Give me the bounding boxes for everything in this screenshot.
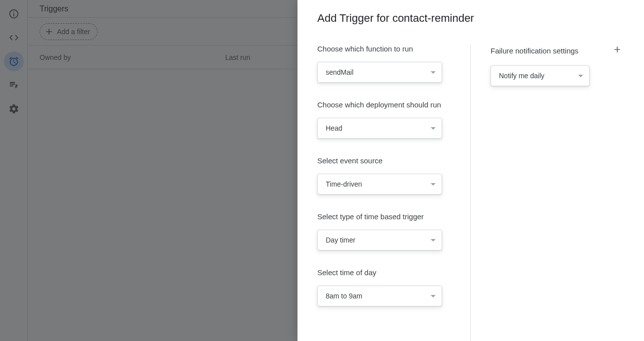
chevron-down-icon xyxy=(431,239,436,242)
event-source-select[interactable]: Time-driven xyxy=(317,174,442,195)
time-of-day-select[interactable]: 8am to 9am xyxy=(317,286,442,306)
chevron-down-icon xyxy=(431,71,436,74)
time-type-value: Day timer xyxy=(326,236,355,244)
deployment-select[interactable]: Head xyxy=(317,118,442,139)
failure-notification-select[interactable]: Notify me daily xyxy=(491,65,590,86)
failure-label: Failure notification settings xyxy=(491,47,579,55)
time-of-day-label: Select time of day xyxy=(317,268,450,277)
event-source-label: Select event source xyxy=(317,156,450,165)
function-label: Choose which function to run xyxy=(317,45,450,53)
event-source-value: Time-driven xyxy=(326,180,362,188)
chevron-down-icon xyxy=(578,75,583,77)
deployment-label: Choose which deployment should run xyxy=(317,100,450,109)
modal-title: Add Trigger for contact-reminder xyxy=(297,0,644,25)
time-type-select[interactable]: Day timer xyxy=(317,230,442,250)
deployment-value: Head xyxy=(326,124,342,132)
chevron-down-icon xyxy=(431,127,436,130)
time-of-day-value: 8am to 9am xyxy=(326,292,362,300)
failure-value: Notify me daily xyxy=(499,72,545,80)
chevron-down-icon xyxy=(431,183,436,186)
function-select[interactable]: sendMail xyxy=(317,62,442,83)
add-trigger-modal: Add Trigger for contact-reminder Choose … xyxy=(297,0,644,341)
time-type-label: Select type of time based trigger xyxy=(317,212,450,221)
add-notification-button[interactable] xyxy=(612,45,624,56)
chevron-down-icon xyxy=(431,295,436,297)
function-value: sendMail xyxy=(326,68,353,76)
